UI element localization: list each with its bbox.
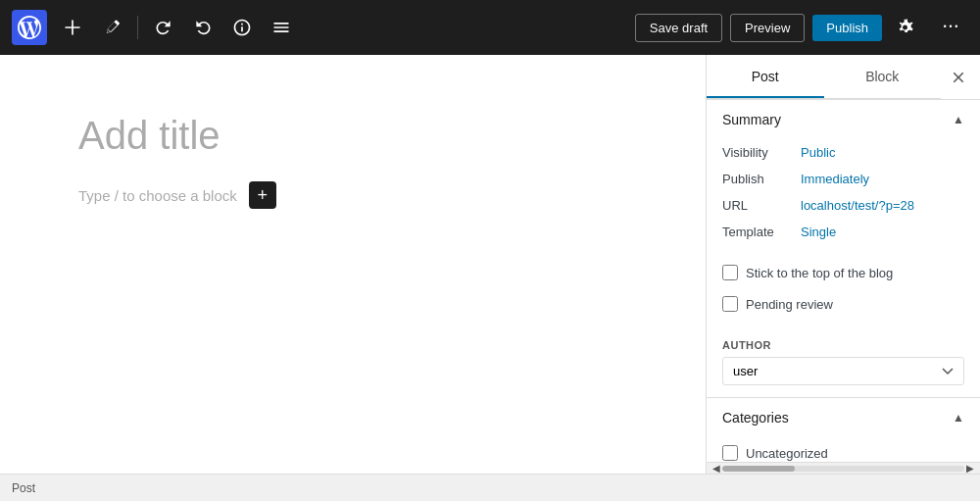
stick-to-top-checkbox[interactable] xyxy=(722,265,738,280)
scrollbar-thumb xyxy=(722,466,795,472)
visibility-label: Visibility xyxy=(722,145,801,160)
summary-title: Summary xyxy=(722,112,781,127)
add-block-button[interactable] xyxy=(55,10,90,45)
settings-button[interactable] xyxy=(890,10,925,45)
preview-button[interactable]: Preview xyxy=(730,14,805,42)
pending-review-row: Pending review xyxy=(707,288,980,320)
author-section: AUTHOR user admin xyxy=(707,327,980,397)
url-label: URL xyxy=(722,198,801,213)
wp-logo xyxy=(12,10,47,45)
publish-value[interactable]: Immediately xyxy=(801,172,869,186)
toolbar-separator xyxy=(137,16,138,39)
info-icon xyxy=(232,18,252,37)
author-label: AUTHOR xyxy=(722,339,964,351)
summary-collapse-icon: ▲ xyxy=(953,113,964,126)
tab-post[interactable]: Post xyxy=(707,55,824,98)
edit-tool-button[interactable] xyxy=(94,10,129,45)
categories-title: Categories xyxy=(722,410,789,426)
stick-to-top-row: Stick to the top of the blog xyxy=(707,257,980,288)
sidebar-content: Summary ▲ Visibility Public Publish Imme… xyxy=(707,100,980,462)
scroll-left-arrow[interactable]: ◀ xyxy=(710,463,722,474)
body-placeholder-text: Type / to choose a block xyxy=(78,187,237,204)
save-draft-button[interactable]: Save draft xyxy=(635,14,722,42)
undo-icon xyxy=(154,18,173,37)
list-view-button[interactable] xyxy=(264,10,299,45)
sidebar: Post Block Summary ▲ Visibility Public xyxy=(706,55,980,474)
plus-icon xyxy=(63,18,82,37)
publish-button[interactable]: Publish xyxy=(812,15,882,41)
author-select[interactable]: user admin xyxy=(722,357,964,385)
uncategorized-checkbox[interactable] xyxy=(722,445,738,461)
info-button[interactable] xyxy=(224,10,260,45)
more-icon xyxy=(941,18,960,37)
summary-section-header[interactable]: Summary ▲ xyxy=(707,100,980,139)
tab-block[interactable]: Block xyxy=(824,55,942,98)
close-icon xyxy=(950,69,967,86)
scrollbar-track xyxy=(722,466,964,472)
pending-review-checkbox[interactable] xyxy=(722,296,738,312)
scroll-right-arrow[interactable]: ▶ xyxy=(964,463,976,474)
tab-underline xyxy=(707,96,824,98)
publish-label: Publish xyxy=(722,172,801,186)
toolbar-right: Save draft Preview Publish xyxy=(635,10,968,45)
summary-url-row: URL localhost/test/?p=28 xyxy=(722,192,964,219)
list-icon xyxy=(271,18,291,37)
status-label: Post xyxy=(12,481,35,495)
categories-section: Categories ▲ Uncategorized xyxy=(707,398,980,462)
redo-icon xyxy=(193,18,213,37)
template-label: Template xyxy=(722,225,801,239)
main-area: Add title Type / to choose a block + Pos… xyxy=(0,55,980,474)
main-toolbar: Save draft Preview Publish xyxy=(0,0,980,55)
more-options-button[interactable] xyxy=(933,10,968,45)
summary-publish-row: Publish Immediately xyxy=(722,166,964,192)
post-title-field[interactable]: Add title xyxy=(78,114,627,158)
template-value[interactable]: Single xyxy=(801,225,836,239)
settings-icon xyxy=(898,18,917,37)
summary-template-row: Template Single xyxy=(722,219,964,245)
categories-collapse-icon: ▲ xyxy=(953,411,964,425)
stick-to-top-label: Stick to the top of the blog xyxy=(746,266,893,280)
inline-add-block-button[interactable]: + xyxy=(249,181,276,209)
sidebar-scrollbar: ◀ ▶ xyxy=(707,462,980,474)
editor-body[interactable]: Type / to choose a block + xyxy=(78,181,627,209)
status-bar: Post xyxy=(0,474,980,501)
summary-section: Summary ▲ Visibility Public Publish Imme… xyxy=(707,100,980,398)
categories-section-header[interactable]: Categories ▲ xyxy=(707,398,980,437)
uncategorized-label: Uncategorized xyxy=(746,446,828,461)
summary-visibility-row: Visibility Public xyxy=(722,139,964,166)
uncategorized-row: Uncategorized xyxy=(707,437,980,462)
edit-icon xyxy=(102,18,122,37)
sidebar-close-button[interactable] xyxy=(941,60,976,95)
pending-review-label: Pending review xyxy=(746,297,833,312)
visibility-value[interactable]: Public xyxy=(801,145,835,160)
redo-button[interactable] xyxy=(185,10,220,45)
editor-area[interactable]: Add title Type / to choose a block + xyxy=(0,55,706,474)
undo-button[interactable] xyxy=(146,10,181,45)
summary-body: Visibility Public Publish Immediately UR… xyxy=(707,139,980,257)
wp-logo-icon xyxy=(18,16,41,39)
url-value[interactable]: localhost/test/?p=28 xyxy=(801,198,914,213)
sidebar-tabs-row: Post Block xyxy=(707,55,980,100)
